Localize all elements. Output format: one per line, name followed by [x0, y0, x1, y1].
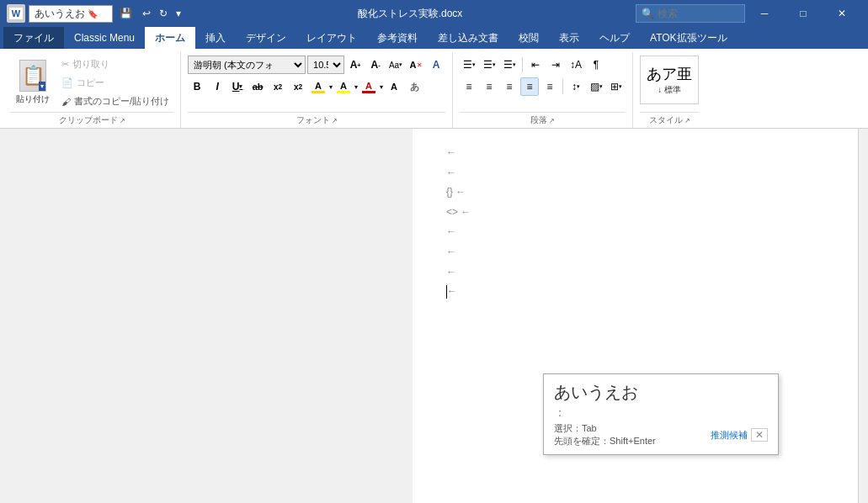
- font-group: 游明朝 (本文のフォ 10.5 A+ A- Aa▾ A✕ A B I U▾ ab…: [181, 52, 453, 128]
- format-copy-icon: 🖌: [61, 97, 71, 107]
- close-button[interactable]: ✕: [823, 0, 861, 27]
- distribute-button[interactable]: ≡: [541, 77, 559, 96]
- doc-content: ← ← {} ← <> ← ← ← ← ←: [446, 142, 824, 301]
- copy-icon: 📄: [61, 77, 73, 88]
- undo-button[interactable]: ↩: [139, 6, 154, 21]
- vertical-scrollbar[interactable]: [858, 129, 868, 503]
- doc-right-panel[interactable]: ← ← {} ← <> ← ← ← ← ← あいうえお ： 選択：Tab 先頭を…: [413, 129, 858, 503]
- font-expand-icon[interactable]: ↗: [332, 117, 338, 124]
- clipboard-group: 📋 ▾ 貼り付け ✂ 切り取り 📄 コピー 🖌 書式のコピー/貼り付け: [3, 52, 181, 128]
- tab-references[interactable]: 参考資料: [367, 27, 428, 49]
- font-bottom-row: B I U▾ ab x2 x2 A ▾ A ▾ A: [188, 77, 445, 96]
- show-hide-button[interactable]: ¶: [587, 56, 605, 74]
- underline-button[interactable]: U▾: [228, 77, 247, 96]
- font-color2-button[interactable]: A: [359, 77, 378, 96]
- clear-format-button[interactable]: A✕: [407, 56, 425, 74]
- line-cursor: ←: [446, 281, 824, 301]
- tab-mailings[interactable]: 差し込み文書: [428, 27, 509, 49]
- shrink-font-button[interactable]: A-: [366, 56, 385, 74]
- word-icon: W: [7, 4, 25, 23]
- clipboard-label: クリップボード ↗: [10, 112, 173, 128]
- strikethrough-button[interactable]: ab: [248, 77, 267, 96]
- ime-tag: 推測候補: [711, 429, 748, 442]
- paste-icon: 📋 ▾: [19, 60, 46, 92]
- font-size-select[interactable]: 10.5: [307, 56, 344, 74]
- line-spacing-button[interactable]: ↕▾: [567, 77, 585, 96]
- italic-button[interactable]: I: [208, 77, 226, 96]
- paragraph-expand-icon[interactable]: ↗: [549, 117, 555, 124]
- ime-dots: ：: [554, 405, 768, 421]
- para-top-row: ☰▾ ☰▾ ☰▾ ⇤ ⇥ ↕A ¶: [460, 56, 626, 74]
- superscript-button[interactable]: x2: [289, 77, 307, 96]
- separator1: [522, 57, 523, 72]
- clipboard-small-buttons: ✂ 切り取り 📄 コピー 🖌 書式のコピー/貼り付け: [57, 56, 173, 110]
- bullets-button[interactable]: ☰▾: [460, 56, 478, 74]
- paste-button[interactable]: 📋 ▾ 貼り付け: [10, 56, 56, 109]
- ime-popup: あいうえお ： 選択：Tab 先頭を確定：Shift+Enter 推測候補 ✕: [543, 373, 779, 455]
- justify-button[interactable]: ≡: [520, 77, 539, 96]
- more-quick-access-button[interactable]: ▾: [173, 6, 184, 21]
- copy-button[interactable]: 📄 コピー: [57, 74, 173, 92]
- tab-atok[interactable]: ATOK拡張ツール: [640, 27, 738, 49]
- styles-expand-icon[interactable]: ↗: [684, 117, 690, 124]
- ime-close-button[interactable]: ✕: [751, 428, 768, 442]
- minimize-button[interactable]: ─: [745, 0, 784, 27]
- font-color-button[interactable]: A: [309, 77, 327, 96]
- ime-hint2: 先頭を確定：Shift+Enter: [554, 436, 656, 446]
- tab-review[interactable]: 校閲: [509, 27, 549, 49]
- tab-view[interactable]: 表示: [549, 27, 589, 49]
- tab-home[interactable]: ホーム: [145, 27, 195, 49]
- font-color2-dropdown[interactable]: ▾: [380, 83, 383, 91]
- tab-help[interactable]: ヘルプ: [589, 27, 640, 49]
- multilevel-button[interactable]: ☰▾: [500, 56, 519, 74]
- phonetic-button[interactable]: あ: [405, 77, 423, 96]
- subscript-button[interactable]: x2: [269, 77, 287, 96]
- cut-button[interactable]: ✂ 切り取り: [57, 56, 173, 73]
- style-preview: あア亜: [647, 64, 692, 84]
- redo-button[interactable]: ↻: [156, 6, 171, 21]
- decrease-indent-button[interactable]: ⇤: [526, 56, 545, 74]
- tab-insert[interactable]: 挿入: [195, 27, 236, 49]
- format-copy-button[interactable]: 🖌 書式のコピー/貼り付け: [57, 93, 173, 110]
- tab-design[interactable]: デザイン: [236, 27, 296, 49]
- highlight-dropdown[interactable]: ▾: [354, 83, 358, 91]
- text-effect-button[interactable]: A: [427, 56, 445, 74]
- search-input[interactable]: [658, 8, 739, 19]
- style-normal[interactable]: あア亜 ↓ 標準: [640, 56, 699, 104]
- highlight-button[interactable]: A: [334, 77, 353, 96]
- grow-font-button[interactable]: A+: [346, 56, 365, 74]
- font-name-select[interactable]: 游明朝 (本文のフォ: [188, 56, 306, 74]
- separator2: [562, 79, 563, 94]
- line-4: {} ←: [446, 182, 824, 202]
- clipboard-expand-icon[interactable]: ↗: [120, 117, 125, 124]
- ribbon: 📋 ▾ 貼り付け ✂ 切り取り 📄 コピー 🖌 書式のコピー/貼り付け: [0, 49, 868, 129]
- line-1: ←: [446, 142, 824, 162]
- search-icon: 🔍: [642, 8, 654, 19]
- line-7: ←: [446, 241, 824, 262]
- tab-classic-menu[interactable]: Classic Menu: [64, 27, 145, 49]
- line-5: <> ←: [446, 202, 824, 222]
- align-left-button[interactable]: ≡: [460, 77, 478, 96]
- tab-layout[interactable]: レイアウト: [296, 27, 367, 49]
- align-center-button[interactable]: ≡: [480, 77, 498, 96]
- tab-file[interactable]: ファイル: [3, 27, 64, 49]
- styles-group: あア亜 ↓ 標準 スタイル ↗: [633, 52, 706, 128]
- increase-indent-button[interactable]: ⇥: [546, 56, 565, 74]
- save-button[interactable]: 💾: [116, 6, 136, 21]
- doc-left-panel: [0, 129, 413, 503]
- change-case-button[interactable]: Aa▾: [386, 56, 405, 74]
- line-8: ←: [446, 262, 824, 282]
- sort-button[interactable]: ↕A: [567, 56, 585, 74]
- line-6: ←: [446, 221, 824, 241]
- font-color-dropdown[interactable]: ▾: [329, 83, 333, 91]
- paragraph-group: ☰▾ ☰▾ ☰▾ ⇤ ⇥ ↕A ¶ ≡ ≡ ≡ ≡ ≡ ↕▾ ▨▾ ⊞▾: [453, 52, 633, 128]
- align-right-button[interactable]: ≡: [500, 77, 519, 96]
- styles-label: スタイル ↗: [640, 112, 699, 128]
- bold-button[interactable]: B: [188, 77, 206, 96]
- clear-all-format-button[interactable]: A: [385, 77, 403, 96]
- border-button[interactable]: ⊞▾: [607, 77, 626, 96]
- numbering-button[interactable]: ☰▾: [480, 56, 498, 74]
- shading-button[interactable]: ▨▾: [587, 77, 605, 96]
- search-box[interactable]: 🔍: [636, 4, 745, 23]
- maximize-button[interactable]: □: [784, 0, 823, 27]
